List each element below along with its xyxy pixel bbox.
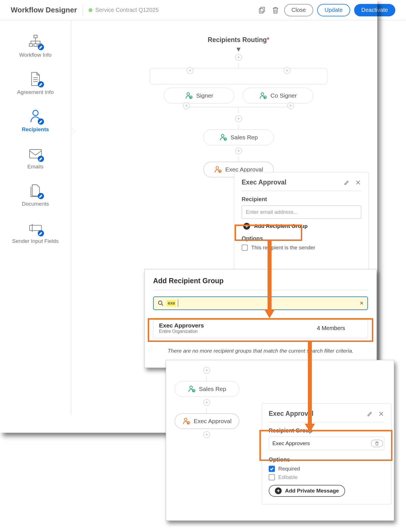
- sender-checkbox[interactable]: [242, 245, 248, 251]
- workflow-name: Service Contract Q12025: [95, 7, 159, 13]
- arrow-down-icon: [264, 310, 275, 318]
- recipient-group-chip: Exec Approvers: [269, 437, 384, 450]
- plus-icon: +: [275, 487, 282, 494]
- group-result-scope: Entire Organization: [159, 329, 204, 334]
- add-step-button[interactable]: +: [187, 67, 193, 74]
- svg-point-18: [190, 386, 192, 389]
- panel-title: Exec Approval: [269, 410, 362, 417]
- svg-rect-0: [259, 8, 263, 13]
- sidebar-item-documents[interactable]: Documents: [0, 178, 71, 215]
- no-more-results: There are no more recipient groups that …: [153, 348, 368, 354]
- svg-rect-4: [34, 44, 37, 46]
- group-result-name: Exec Approvers: [159, 322, 204, 329]
- add-step-button[interactable]: +: [203, 431, 210, 438]
- add-step-button[interactable]: +: [203, 367, 210, 374]
- close-button[interactable]: Close: [284, 4, 313, 16]
- recipient-node-salesrep[interactable]: Sales Rep: [203, 129, 274, 145]
- sidebar-item-workflow-info[interactable]: Workflow Info: [0, 29, 71, 66]
- sidebar-item-label: Agreement Info: [17, 89, 54, 95]
- update-button[interactable]: Update: [317, 4, 350, 16]
- recipient-node-execapproval[interactable]: Exec Approval: [175, 413, 239, 429]
- options-label: Options: [269, 456, 384, 463]
- svg-point-15: [216, 167, 219, 169]
- recipient-group-label: Recipient Group: [269, 427, 384, 434]
- svg-point-11: [261, 93, 264, 95]
- recipient-node-cosigner[interactable]: Co Signer: [243, 88, 313, 104]
- group-result-members: 4 Members: [317, 325, 345, 331]
- group-result-row[interactable]: Exec Approvers Entire Organization 4 Mem…: [153, 318, 368, 338]
- header: Workflow Designer Service Contract Q1202…: [0, 0, 406, 20]
- svg-point-20: [184, 418, 187, 421]
- recipient-email-input[interactable]: [242, 205, 361, 219]
- node-label: Signer: [196, 92, 213, 99]
- sidebar-item-label: Workflow Info: [19, 52, 52, 58]
- svg-rect-2: [34, 35, 37, 38]
- svg-rect-1: [261, 7, 264, 12]
- sidebar-item-label: Recipients: [22, 126, 49, 133]
- add-step-button[interactable]: +: [203, 399, 210, 406]
- panel-title: Exec Approval: [242, 179, 339, 186]
- callout-arrow: [268, 241, 272, 310]
- search-query: exe: [167, 300, 176, 306]
- recipient-editor-panel: Exec Approval Recipient + Add Recipient …: [234, 172, 369, 272]
- add-step-button[interactable]: +: [235, 54, 242, 61]
- editable-checkbox[interactable]: [269, 474, 275, 480]
- routing-title: Recipients Routing*: [71, 36, 406, 44]
- svg-point-6: [33, 110, 38, 116]
- recipient-node-salesrep[interactable]: Sales Rep: [175, 381, 239, 397]
- add-recipient-group-button[interactable]: + Add Recipient Group: [242, 219, 361, 234]
- svg-point-13: [221, 135, 224, 137]
- sidebar-item-emails[interactable]: Emails: [0, 140, 71, 178]
- copy-icon[interactable]: [257, 5, 267, 15]
- callout-arrow: [308, 342, 312, 424]
- close-icon[interactable]: [378, 411, 384, 417]
- recipient-editor-panel-result: Exec Approval Recipient Group Exec Appro…: [262, 403, 391, 504]
- node-label: Co Signer: [270, 92, 297, 99]
- plus-icon: +: [243, 223, 250, 230]
- hierarchy-icon: [28, 34, 43, 50]
- add-recipient-group-modal: Add Recipient Group exe × Exec Approvers…: [144, 269, 377, 368]
- group-search-input[interactable]: exe ×: [153, 296, 368, 310]
- edit-icon[interactable]: [344, 179, 350, 186]
- recipient-label: Recipient: [242, 196, 361, 203]
- deactivate-button[interactable]: Deactivate: [354, 4, 396, 16]
- sidebar-item-label: Documents: [22, 201, 49, 207]
- clear-search-icon[interactable]: ×: [360, 300, 363, 307]
- recipients-icon: [28, 108, 43, 124]
- add-private-message-button[interactable]: + Add Private Message: [269, 485, 345, 497]
- sidebar-item-label: Sender Input Fields: [12, 238, 59, 244]
- required-label: Required: [278, 466, 300, 472]
- svg-point-9: [187, 93, 189, 95]
- options-label: Options: [242, 235, 361, 242]
- add-step-button[interactable]: +: [235, 115, 242, 122]
- edit-icon[interactable]: [367, 411, 373, 417]
- divider: [83, 5, 83, 16]
- close-icon[interactable]: [355, 179, 361, 186]
- sidebar-item-sender-fields[interactable]: Sender Input Fields: [0, 215, 71, 252]
- sidebar-item-recipients[interactable]: Recipients: [0, 103, 71, 140]
- add-recipient-group-label: Add Recipient Group: [254, 223, 308, 229]
- search-icon: [158, 300, 164, 306]
- add-step-button[interactable]: +: [284, 67, 290, 74]
- required-checkbox[interactable]: [269, 466, 275, 472]
- sidebar: Workflow Info Agreement Info Recipients …: [0, 20, 71, 415]
- arrow-down-icon: [237, 48, 240, 52]
- editable-label: Editable: [278, 474, 298, 480]
- svg-point-17: [158, 301, 162, 305]
- email-icon: [28, 146, 43, 161]
- sidebar-item-label: Emails: [27, 164, 43, 170]
- remove-group-button[interactable]: [371, 440, 383, 447]
- recipient-node-signer[interactable]: Signer: [164, 88, 234, 104]
- svg-rect-8: [30, 225, 41, 231]
- trash-icon[interactable]: [271, 5, 280, 15]
- recipient-group-value: Exec Approvers: [270, 437, 371, 450]
- documents-icon: [28, 183, 43, 199]
- arrow-down-icon: [305, 424, 315, 432]
- sender-checkbox-label: This recipient is the sender: [251, 245, 315, 251]
- node-label: Sales Rep: [231, 134, 258, 141]
- sidebar-item-agreement-info[interactable]: Agreement Info: [0, 66, 71, 103]
- document-icon: [28, 71, 43, 87]
- input-field-icon: [28, 220, 43, 236]
- modal-title: Add Recipient Group: [153, 277, 368, 285]
- add-step-button[interactable]: +: [235, 148, 242, 154]
